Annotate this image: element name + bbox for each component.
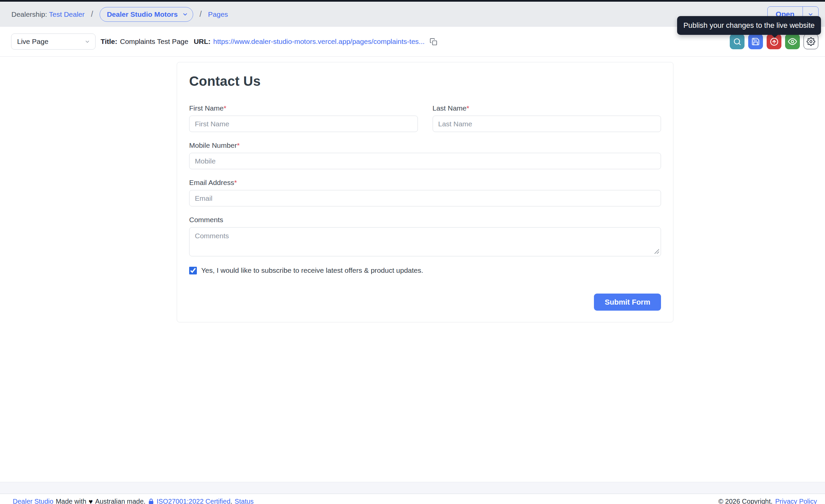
publish-icon xyxy=(770,37,779,46)
dealership-label: Dealership: xyxy=(11,10,47,18)
footer: Dealer Studio Made with ♥ Australian mad… xyxy=(0,494,825,504)
search-icon xyxy=(733,37,742,46)
page-title: Complaints Test Page xyxy=(120,38,188,46)
mobile-input[interactable] xyxy=(189,153,661,169)
save-icon xyxy=(751,37,760,46)
eye-icon xyxy=(788,37,797,46)
copy-icon xyxy=(430,38,437,46)
first-name-label: First Name* xyxy=(189,104,418,112)
comments-label: Comments xyxy=(189,216,661,224)
required-asterisk: * xyxy=(237,141,239,149)
copyright-text: © 2026 Copyright. xyxy=(718,498,773,504)
last-name-field-group: Last Name* xyxy=(433,104,661,132)
mobile-label: Mobile Number* xyxy=(189,141,661,149)
submit-form-button[interactable]: Submit Form xyxy=(594,294,661,311)
status-link[interactable]: Status xyxy=(235,498,254,504)
form-heading: Contact Us xyxy=(189,74,661,89)
required-asterisk: * xyxy=(234,179,237,186)
last-name-label: Last Name* xyxy=(433,104,661,112)
first-name-input[interactable] xyxy=(189,116,418,132)
page-meta: Title: Complaints Test Page URL: https:/… xyxy=(101,38,437,46)
footer-spacer-band xyxy=(0,482,825,494)
email-field-group: Email Address* xyxy=(189,179,661,206)
breadcrumb-separator: / xyxy=(91,10,93,19)
subscribe-row: Yes, I would like to subscribe to receiv… xyxy=(189,266,661,274)
search-button[interactable] xyxy=(730,34,745,49)
made-with-text: Made with xyxy=(56,498,86,504)
iso-link-wrap: ISO27001:2022 Certified. xyxy=(157,498,232,504)
save-button[interactable] xyxy=(748,34,763,49)
period-text: . xyxy=(230,498,232,504)
chevron-down-icon xyxy=(85,39,90,45)
page-preview-area: Contact Us First Name* Last Name* Mobile… xyxy=(0,62,825,482)
chevron-down-icon xyxy=(182,11,188,17)
subscribe-checkbox[interactable] xyxy=(189,267,197,274)
publish-tooltip-text: Publish your changes to the live website xyxy=(683,21,815,29)
first-name-field-group: First Name* xyxy=(189,104,418,132)
copy-url-button[interactable] xyxy=(430,38,437,46)
footer-right: © 2026 Copyright. Privacy Policy xyxy=(718,498,817,504)
subscribe-label: Yes, I would like to subscribe to receiv… xyxy=(201,266,423,274)
gear-icon xyxy=(807,37,815,46)
comments-textarea[interactable] xyxy=(189,227,661,256)
email-label: Email Address* xyxy=(189,179,661,187)
publish-tooltip: Publish your changes to the live website xyxy=(677,16,821,35)
dealer-studio-link[interactable]: Dealer Studio xyxy=(13,498,53,504)
url-label: URL: xyxy=(194,38,211,46)
page-version-value: Live Page xyxy=(17,38,48,46)
page-url-link[interactable]: https://www.dealer-studio-motors.vercel.… xyxy=(213,38,425,46)
site-selector-button[interactable]: Dealer Studio Motors xyxy=(100,7,193,22)
last-name-input[interactable] xyxy=(433,116,661,132)
lock-icon xyxy=(148,498,154,504)
required-asterisk: * xyxy=(224,104,226,112)
privacy-policy-link[interactable]: Privacy Policy xyxy=(775,498,817,504)
footer-left: Dealer Studio Made with ♥ Australian mad… xyxy=(13,498,254,504)
email-input[interactable] xyxy=(189,190,661,206)
required-asterisk: * xyxy=(466,104,469,112)
comments-field-group: Comments xyxy=(189,216,661,256)
iso-certified-link[interactable]: ISO27001:2022 Certified xyxy=(157,498,230,504)
settings-button[interactable] xyxy=(804,34,818,49)
contact-form-card: Contact Us First Name* Last Name* Mobile… xyxy=(177,62,673,322)
preview-button[interactable] xyxy=(785,34,800,49)
breadcrumb-separator: / xyxy=(200,10,202,19)
page-version-select[interactable]: Live Page xyxy=(11,34,96,50)
dealer-link[interactable]: Test Dealer xyxy=(49,10,85,18)
site-selector-label: Dealer Studio Motors xyxy=(107,10,178,18)
pages-link[interactable]: Pages xyxy=(208,10,228,18)
mobile-field-group: Mobile Number* xyxy=(189,141,661,169)
heart-icon: ♥ xyxy=(89,498,93,504)
australian-made-text: Australian made. xyxy=(95,498,146,504)
title-label: Title: xyxy=(101,38,117,46)
